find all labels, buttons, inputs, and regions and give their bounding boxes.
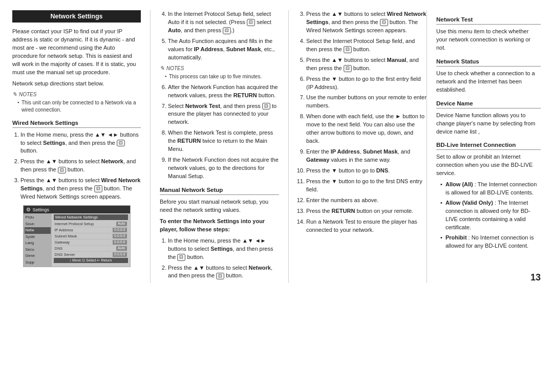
sidebar-item-secu: Secu [25, 247, 51, 253]
bd-live-text: Set to allow or prohibit an Internet con… [436, 153, 541, 178]
step-1: In the Home menu, press the ▲▼ ◄► button… [20, 131, 141, 156]
screen-sidebar: Pictu Soun Netw Syste Lang Secu Gene Sup… [24, 213, 52, 267]
btn-icon-9: ⊡ [380, 19, 388, 26]
wired-network-header: Wired Network Settings [12, 120, 141, 128]
sidebar-item-pictu: Pictu [25, 214, 51, 221]
r-step-5: Press the ▲▼ buttons to select Manual, a… [306, 56, 427, 73]
r-step-9: Enter the IP Address, Subnet Mask, and G… [306, 148, 427, 164]
notes-label-2: NOTES [160, 65, 279, 72]
sidebar-item-netw: Netw [25, 227, 51, 234]
network-test-header: Network Test [436, 16, 541, 25]
settings-gear-icon: ⚙ [26, 207, 31, 212]
bd-live-bullets: Allow (All) : The Internet connection is… [436, 181, 541, 250]
r-step-4: Select the Internet Protocol Setup field… [306, 37, 427, 54]
note-item-2: This process can take up to five minutes… [165, 73, 279, 80]
right-steps: Press the ▲▼ buttons to select Wired Net… [298, 10, 427, 234]
notes-list-1: This unit can only be connected to a Net… [12, 99, 141, 114]
bullet-allow-all: Allow (All) : The Internet connection is… [440, 181, 541, 197]
r-step-11: Press the ▼ button to go to the first DN… [306, 178, 427, 194]
step-7: Select Network Test, and then press ⊡ to… [168, 102, 279, 127]
bd-live-header: BD-Live Internet Connection [436, 142, 541, 150]
manual-step-2: Press the ▲▼ buttons to select Network, … [168, 264, 279, 280]
network-status-header: Network Status [436, 58, 541, 67]
btn-icon-10: ⊡ [344, 46, 352, 53]
note-item-1: This unit can only be connected to a Net… [17, 99, 141, 114]
btn-icon-4: ⊡ [247, 19, 255, 26]
mid-column: In the Internet Protocol Setup field, se… [151, 10, 289, 283]
r-step-7: Use the number buttons on your remote to… [306, 94, 427, 110]
btn-icon-2: ⊡ [58, 167, 66, 174]
step-2: Press the ▲▼ buttons to select Network, … [20, 158, 141, 174]
steps-continued: In the Internet Protocol Setup field, se… [160, 10, 279, 62]
sidebar-item-supp: Supp [25, 259, 51, 266]
step-6: After the Network Function has acquired … [168, 83, 279, 100]
device-name-header: Device Name [436, 100, 541, 108]
notes-list-2: This process can take up to five minutes… [160, 73, 279, 80]
step-9: If the Network Function does not acquire… [168, 156, 279, 181]
screen-row-gateway: Gateway 0.0.0.0 [54, 239, 128, 246]
page-number: 13 [530, 272, 541, 283]
right-column: Press the ▲▼ buttons to select Wired Net… [289, 10, 427, 283]
intro-text: Please contact your ISP to find out if y… [12, 28, 141, 77]
btn-icon-7: ⊡ [177, 254, 185, 261]
sidebar-item-lang: Lang [25, 240, 51, 247]
screen-content: Wired Network Settings Internet Protocol… [52, 213, 130, 267]
manual-bold-label: To enter the Network Settings into your … [160, 217, 279, 234]
btn-icon-3: ⊡ [94, 185, 102, 192]
btn-icon-1: ⊡ [117, 140, 125, 147]
r-step-6: Press the ▼ button to go to the first en… [306, 75, 427, 92]
steps-6-9: After the Network Function has acquired … [160, 83, 279, 181]
sidebar-item-soun: Soun [25, 221, 51, 228]
bullet-allow-valid: Allow (Valid Only) : The Internet connec… [440, 199, 541, 232]
manual-steps: In the Home menu, press the ▲▼ ◄► button… [160, 237, 279, 280]
r-step-13: Press the RETURN button on your remote. [306, 207, 427, 215]
network-setup-note: Network setup directions start below. [12, 80, 141, 88]
btn-icon-5: ⊡ [223, 27, 231, 34]
sidebar-item-syste: Syste [25, 234, 51, 241]
btn-icon-8: ⊡ [216, 273, 224, 280]
wired-steps-list: In the Home menu, press the ▲▼ ◄► button… [12, 131, 141, 202]
r-step-12: Enter the numbers as above. [306, 197, 427, 205]
r-step-3: Press the ▲▼ buttons to select Wired Net… [306, 10, 427, 35]
sidebar-item-gene: Gene [25, 253, 51, 259]
screen-row-dns: DNS Auto [54, 246, 128, 252]
step-5: The Auto Function acquires and fills in … [168, 37, 279, 62]
screen-content-title: Wired Network Settings [54, 214, 128, 220]
r-step-14: Run a Network Test to ensure the player … [306, 218, 427, 234]
manual-step-1: In the Home menu, press the ▲▼ ◄► button… [168, 237, 279, 262]
step-8: When the Network Test is complete, press… [168, 129, 279, 154]
step-3: Press the ▲▼ buttons to select Wired Net… [20, 177, 141, 201]
left-column: Network Settings Please contact your ISP… [12, 10, 151, 283]
screen-row-ip-setup: Internet Protocol Setup Auto [54, 221, 128, 227]
network-test-text: Use this menu item to check whether your… [436, 28, 541, 52]
section-header-network-settings: Network Settings [12, 10, 141, 23]
btn-icon-11: ⊡ [344, 65, 352, 72]
btn-icon-6: ⊡ [262, 103, 270, 110]
screen-title: Settings [33, 207, 50, 212]
screen-row-ip: IP Address 0.0.0.0 [54, 227, 128, 233]
manual-network-header: Manual Network Setup [160, 187, 279, 195]
far-right-column: Network Test Use this menu item to check… [427, 10, 541, 283]
bullet-prohibit: Prohibit : No Internet connection is all… [440, 234, 541, 250]
network-status-text: Use to check whether a connection to a n… [436, 70, 541, 94]
manual-intro: Before you start manual network setup, y… [160, 198, 279, 214]
step-4: In the Internet Protocol Setup field, se… [168, 10, 279, 35]
screen-row-subnet: Subnet Mask 0.0.0.0 [54, 233, 128, 239]
r-step-8: When done with each field, use the ► but… [306, 113, 427, 145]
r-step-10: Press the ▼ button to go to DNS. [306, 167, 427, 175]
device-name-text: Device Name function allows you to chang… [436, 112, 541, 136]
screen-footer: ↕ Move ⊡ Select ↩ Return [54, 258, 128, 263]
notes-label-1: NOTES [12, 91, 141, 98]
settings-screen: ⚙ Settings Pictu Soun Netw Syste Lang Se… [23, 205, 131, 267]
screen-row-dns-server: DNS Server 0.0.0.0 [54, 252, 128, 258]
